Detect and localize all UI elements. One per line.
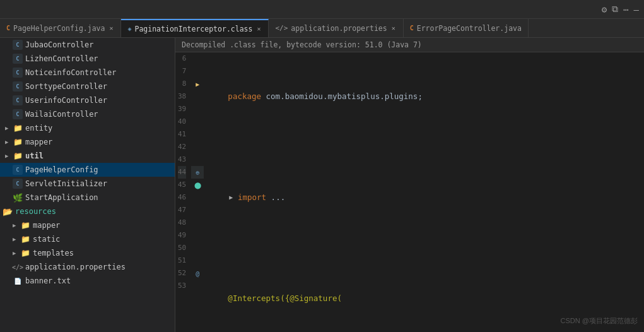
tab-bar: C PageHelperConfig.java ✕ ◈ PaginationIn… <box>0 19 644 38</box>
gear-icon[interactable]: ⚙ <box>602 4 607 15</box>
sidebar-item-jubao[interactable]: C JubaoController <box>0 38 175 52</box>
chevron-right-icon: ▶ <box>5 153 11 159</box>
sidebar: C JubaoController C LizhenController C N… <box>0 38 175 332</box>
code-line <box>209 242 639 254</box>
more-icon[interactable]: ⋯ <box>623 4 628 15</box>
sidebar-item-wailai[interactable]: C WailaiController <box>0 107 175 121</box>
tab-close[interactable]: ✕ <box>390 24 397 32</box>
sidebar-item-noticeinfo[interactable]: C NoticeinfoController <box>0 66 175 80</box>
minimize-icon[interactable]: — <box>634 4 639 15</box>
c-icon: C <box>13 54 23 64</box>
split-icon[interactable]: ⧉ <box>612 4 618 15</box>
sidebar-label: templates <box>33 249 74 258</box>
decompile-notice: Decompiled .class file, bytecode version… <box>175 38 644 52</box>
sidebar-label: StartApplication <box>25 193 98 202</box>
tab-label: application.properties <box>291 24 387 33</box>
sidebar-label: ServletInitializer <box>25 179 107 188</box>
sidebar-item-userinfo[interactable]: C UserinfoController <box>0 93 175 107</box>
folder-icon: 📁 <box>20 248 30 258</box>
text-icon: 📄 <box>13 276 23 286</box>
chevron-right-icon: ▶ <box>13 222 19 228</box>
sidebar-item-pagehelperconfig[interactable]: C PageHelperConfig <box>0 163 175 177</box>
sidebar-item-entity[interactable]: ▶ 📁 entity <box>0 121 175 135</box>
code-lines: package com.baomidou.mybatisplus.plugins… <box>204 52 644 332</box>
sidebar-label: application.properties <box>25 263 126 271</box>
sidebar-item-startapplication[interactable]: 🌿 StartApplication <box>0 191 175 205</box>
c-icon: C <box>13 165 23 175</box>
chevron-right-icon: ▶ <box>5 139 11 145</box>
tab-icon-java: C <box>6 25 10 32</box>
c-icon: C <box>13 40 23 50</box>
tab-close[interactable]: ✕ <box>108 24 114 32</box>
tab-application-properties[interactable]: </> application.properties ✕ <box>269 19 403 37</box>
sidebar-item-application-properties[interactable]: </> application.properties <box>0 260 175 274</box>
tab-label: PageHelperConfig.java <box>13 24 105 33</box>
spring-icon: 🌿 <box>13 193 23 203</box>
tab-errorpagecontroller[interactable]: C ErrorPageController.java <box>404 19 529 37</box>
sidebar-label: WailaiController <box>25 110 98 119</box>
tab-pagehelperconfig[interactable]: C PageHelperConfig.java ✕ <box>0 19 121 37</box>
sidebar-item-banner-txt[interactable]: 📄 banner.txt <box>0 274 175 288</box>
sidebar-label: mapper <box>25 138 52 146</box>
sidebar-item-resources[interactable]: 📂 resources <box>0 205 175 218</box>
code-line <box>209 141 639 153</box>
c-icon: C <box>13 68 23 78</box>
sidebar-label: mapper <box>33 221 60 230</box>
sidebar-label: resources <box>15 207 56 216</box>
sidebar-item-lizhen[interactable]: C LizhenController <box>0 52 175 66</box>
c-icon: C <box>13 95 23 105</box>
code-line: package com.baomidou.mybatisplus.plugins… <box>209 90 639 103</box>
code-line: @Intercepts({@Signature( <box>209 292 639 305</box>
code-line: ▶ import ... <box>209 191 639 204</box>
sidebar-label: static <box>33 235 60 244</box>
code-area: Decompiled .class file, bytecode version… <box>175 38 644 332</box>
chevron-right-icon: ▶ <box>13 250 19 256</box>
folder-icon: 📁 <box>13 123 23 133</box>
sidebar-label: entity <box>25 124 52 133</box>
sidebar-label: util <box>25 151 44 160</box>
folder-icon: 📁 <box>13 151 23 161</box>
sidebar-label: SorttypeController <box>25 82 107 91</box>
folder-icon: 📁 <box>13 137 23 147</box>
folder-icon: 📁 <box>20 220 30 230</box>
watermark: CSDN @项目花园范德彭 <box>561 316 638 326</box>
sidebar-label: LizhenController <box>25 54 98 63</box>
c-icon: C <box>13 81 23 92</box>
sidebar-label: banner.txt <box>25 276 71 285</box>
code-content[interactable]: 6 7 8 38 39 40 41 42 43 44 45 46 47 48 4… <box>175 52 644 332</box>
sidebar-item-mapper-res[interactable]: ▶ 📁 mapper <box>0 218 175 232</box>
sidebar-item-mapper[interactable]: ▶ 📁 mapper <box>0 135 175 149</box>
tab-icon-class: ◈ <box>127 25 131 32</box>
main-area: C JubaoController C LizhenController C N… <box>0 38 644 332</box>
sidebar-label: PageHelperConfig <box>25 165 98 174</box>
chevron-right-icon: ▶ <box>13 236 19 242</box>
sidebar-item-templates[interactable]: ▶ 📁 templates <box>0 246 175 260</box>
folder-icon: 📂 <box>3 206 13 216</box>
folder-icon: 📁 <box>20 234 30 244</box>
c-icon: C <box>13 109 23 119</box>
sidebar-item-static[interactable]: ▶ 📁 static <box>0 232 175 246</box>
gutter: ▶ ⊕ ⬤ @ <box>191 52 204 332</box>
top-bar: ⚙ ⧉ ⋯ — <box>0 0 644 19</box>
chevron-right-icon: ▶ <box>5 125 11 131</box>
sidebar-item-util[interactable]: ▶ 📁 util <box>0 149 175 163</box>
tab-label: PaginationInterceptor.class <box>135 25 253 33</box>
tab-label: ErrorPageController.java <box>417 24 522 33</box>
tab-close[interactable]: ✕ <box>255 25 262 33</box>
line-numbers: 6 7 8 38 39 40 41 42 43 44 45 46 47 48 4… <box>175 52 191 332</box>
sidebar-item-sorttype[interactable]: C SorttypeController <box>0 80 175 93</box>
tab-paginationinterceptor[interactable]: ◈ PaginationInterceptor.class ✕ <box>121 19 269 37</box>
sidebar-label: NoticeinfoController <box>25 68 117 77</box>
c-icon: C <box>13 179 23 189</box>
sidebar-label: JubaoController <box>25 40 93 49</box>
sidebar-label: UserinfoController <box>25 96 107 105</box>
props-icon: </> <box>13 262 23 272</box>
tab-icon-props: </> <box>275 24 288 32</box>
tab-icon-java2: C <box>410 25 414 32</box>
sidebar-item-servletinitializer[interactable]: C ServletInitializer <box>0 177 175 191</box>
